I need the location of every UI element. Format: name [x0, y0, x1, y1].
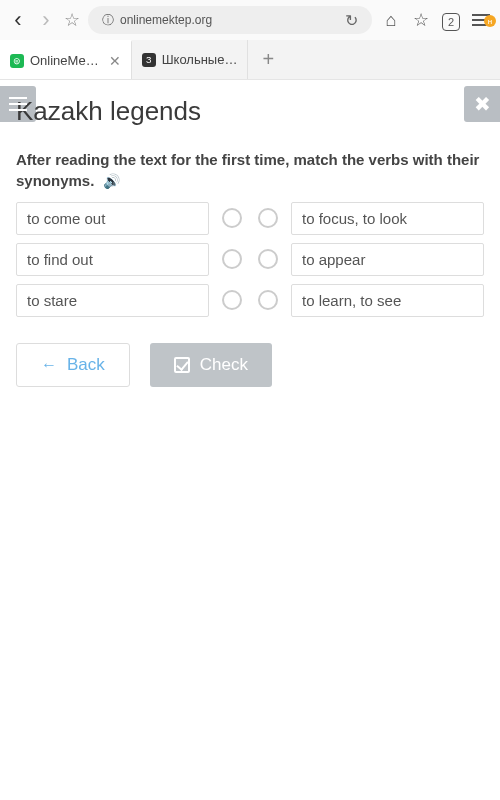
left-item[interactable]: to come out: [16, 202, 209, 235]
back-label: Back: [67, 355, 105, 375]
tab-school[interactable]: З Школьные…: [132, 40, 249, 79]
left-item[interactable]: to stare: [16, 284, 209, 317]
right-item[interactable]: to appear: [291, 243, 484, 276]
close-tab-icon[interactable]: ✕: [109, 53, 121, 69]
bookmark-icon[interactable]: ☆: [64, 9, 80, 31]
left-radio[interactable]: [222, 208, 242, 228]
arrow-left-icon: ←: [41, 356, 57, 374]
nav-forward-icon[interactable]: ›: [36, 7, 56, 33]
back-button[interactable]: ← Back: [16, 343, 130, 387]
hamburger-icon: [9, 103, 27, 105]
favicon-icon: ⊜: [10, 54, 24, 68]
nav-back-icon[interactable]: ‹: [8, 7, 28, 33]
tab-onlinemektep[interactable]: ⊜ OnlineMe… ✕: [0, 40, 132, 79]
left-radio[interactable]: [222, 290, 242, 310]
right-radio[interactable]: [258, 208, 278, 228]
favorites-icon[interactable]: ☆: [410, 9, 432, 31]
left-item[interactable]: to find out: [16, 243, 209, 276]
right-item[interactable]: to focus, to look: [291, 202, 484, 235]
tab-title: Школьные…: [162, 52, 238, 67]
notification-badge: н: [484, 15, 496, 27]
browser-menu-icon[interactable]: н: [470, 19, 492, 21]
tab-count-button[interactable]: 2: [440, 10, 462, 31]
match-grid: to come out to focus, to look to find ou…: [16, 202, 484, 317]
browser-tabs: ⊜ OnlineMe… ✕ З Школьные… +: [0, 40, 500, 80]
main-content: Kazakh legends After reading the text fo…: [0, 96, 500, 387]
instruction-text: After reading the text for the first tim…: [16, 149, 484, 192]
close-button[interactable]: ✖: [464, 86, 500, 122]
new-tab-button[interactable]: +: [248, 40, 288, 79]
right-radio[interactable]: [258, 249, 278, 269]
close-icon: ✖: [474, 92, 491, 116]
browser-toolbar: ‹ › ☆ ⓘ onlinemektep.org ↻ ⌂ ☆ 2 н: [0, 0, 500, 40]
url-text: onlinemektep.org: [120, 13, 212, 27]
button-row: ← Back Check: [16, 343, 484, 387]
right-item[interactable]: to learn, to see: [291, 284, 484, 317]
audio-icon[interactable]: 🔊: [103, 173, 120, 189]
home-icon[interactable]: ⌂: [380, 10, 402, 31]
site-info-icon: ⓘ: [102, 12, 114, 29]
check-button[interactable]: Check: [150, 343, 272, 387]
tab-title: OnlineMe…: [30, 53, 99, 68]
refresh-icon[interactable]: ↻: [345, 11, 358, 30]
favicon-icon: З: [142, 53, 156, 67]
address-bar[interactable]: ⓘ onlinemektep.org ↻: [88, 6, 372, 34]
right-radio[interactable]: [258, 290, 278, 310]
page-title: Kazakh legends: [16, 96, 484, 127]
left-radio[interactable]: [222, 249, 242, 269]
check-label: Check: [200, 355, 248, 375]
check-icon: [174, 357, 190, 373]
